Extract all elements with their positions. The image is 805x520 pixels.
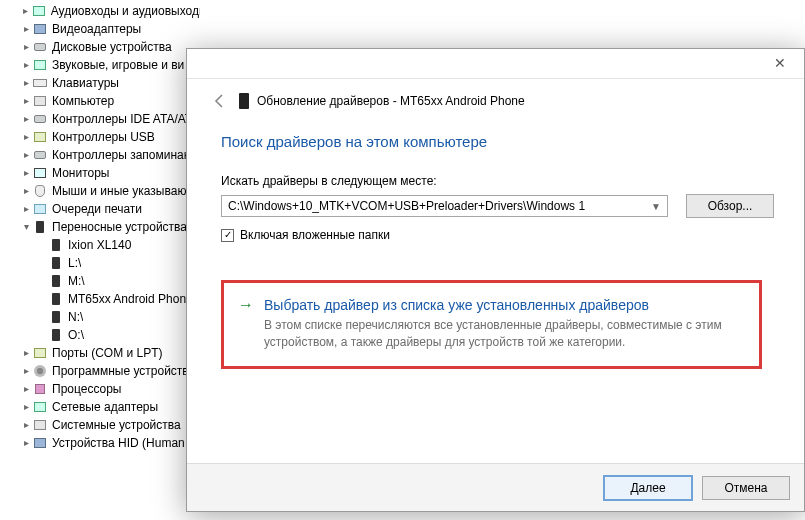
usb-icon: [32, 345, 48, 361]
tree-item-label: Аудиовходы и аудиовыходы: [51, 2, 200, 20]
tree-item-label: MT65xx Android Phone: [68, 290, 193, 308]
arrow-right-icon: →: [238, 297, 254, 313]
chevron-right-icon[interactable]: ▸: [20, 128, 32, 146]
chevron-right-icon[interactable]: ▸: [20, 74, 32, 92]
gear-icon: [32, 363, 48, 379]
browse-button[interactable]: Обзор...: [686, 194, 774, 218]
tree-item[interactable]: ▸Видеоадаптеры: [4, 20, 200, 38]
disk-icon: [32, 39, 48, 55]
device-icon: [239, 93, 249, 109]
chevron-right-icon[interactable]: ▸: [20, 110, 32, 128]
tree-item[interactable]: ▾Переносные устройства: [4, 218, 200, 236]
include-subfolders-checkbox[interactable]: ✓: [221, 229, 234, 242]
tree-item-label: Видеоадаптеры: [52, 20, 141, 38]
pick-from-list-option[interactable]: → Выбрать драйвер из списка уже установл…: [221, 280, 762, 369]
chevron-right-icon[interactable]: ▸: [20, 434, 32, 452]
tree-item[interactable]: ▸Процессоры: [4, 380, 200, 398]
next-button[interactable]: Далее: [604, 476, 692, 500]
cancel-button[interactable]: Отмена: [702, 476, 790, 500]
tree-item[interactable]: ▸Мониторы: [4, 164, 200, 182]
tree-item[interactable]: ▸Дисковые устройства: [4, 38, 200, 56]
tree-item[interactable]: ▸Контроллеры USB: [4, 128, 200, 146]
tree-item[interactable]: ▸Программные устройств: [4, 362, 200, 380]
phone-icon: [48, 327, 64, 343]
tree-item[interactable]: ▸Устройства HID (Human: [4, 434, 200, 452]
back-button[interactable]: [209, 90, 231, 112]
mouse-icon: [32, 183, 48, 199]
chevron-right-icon[interactable]: ▸: [20, 344, 32, 362]
chevron-right-icon[interactable]: ▸: [20, 164, 32, 182]
tree-item-label: Контроллеры запоминан: [52, 146, 190, 164]
include-subfolders-label: Включая вложенные папки: [240, 228, 390, 242]
close-button[interactable]: ✕: [760, 51, 800, 75]
dialog-titlebar: ✕: [187, 49, 804, 79]
chevron-right-icon[interactable]: ▸: [20, 362, 32, 380]
tree-item-label: Мониторы: [52, 164, 109, 182]
chevron-right-icon[interactable]: ▸: [20, 146, 32, 164]
tree-item-label: M:\: [68, 272, 85, 290]
tree-item-label: Контроллеры IDE ATA/AT: [52, 110, 192, 128]
net-icon: [32, 57, 48, 73]
chevron-right-icon[interactable]: ▸: [20, 56, 32, 74]
phone-icon: [48, 237, 64, 253]
tree-item-label: Компьютер: [52, 92, 114, 110]
tree-item[interactable]: ▸Аудиовходы и аудиовыходы: [4, 2, 200, 20]
disk-icon: [32, 147, 48, 163]
tree-item-label: N:\: [68, 308, 83, 326]
tree-item[interactable]: ▸Очереди печати: [4, 200, 200, 218]
tree-item-label: Контроллеры USB: [52, 128, 155, 146]
dialog-title: Обновление драйверов - MT65xx Android Ph…: [257, 94, 525, 108]
tree-item[interactable]: ▸Порты (COM и LPT): [4, 344, 200, 362]
chevron-right-icon[interactable]: ▸: [20, 182, 32, 200]
chevron-right-icon[interactable]: ▸: [20, 20, 32, 38]
chevron-right-icon[interactable]: ▸: [20, 38, 32, 56]
chevron-right-icon[interactable]: ▸: [20, 380, 32, 398]
tree-item-label: L:\: [68, 254, 81, 272]
phone-icon: [48, 273, 64, 289]
chevron-down-icon: ▼: [651, 201, 661, 212]
box-icon: [32, 21, 48, 37]
path-combobox[interactable]: C:\Windows+10_MTK+VCOM+USB+Preloader+Dri…: [221, 195, 668, 217]
monitor-icon: [32, 165, 48, 181]
tree-item-label: O:\: [68, 326, 84, 344]
tree-item[interactable]: ▸Контроллеры IDE ATA/AT: [4, 110, 200, 128]
phone-icon: [48, 291, 64, 307]
proc-icon: [32, 381, 48, 397]
tree-item-label: Дисковые устройства: [52, 38, 172, 56]
path-value: C:\Windows+10_MTK+VCOM+USB+Preloader+Dri…: [228, 199, 585, 213]
option-description: В этом списке перечисляются все установл…: [264, 317, 741, 352]
chevron-down-icon[interactable]: ▾: [20, 218, 32, 236]
dialog-footer: Далее Отмена: [187, 463, 804, 511]
chevron-right-icon[interactable]: ▸: [20, 416, 32, 434]
tree-item-label: Сетевые адаптеры: [52, 398, 158, 416]
phone-icon: [48, 309, 64, 325]
printer-icon: [32, 201, 48, 217]
tree-item[interactable]: ▸Звуковые, игровые и ви: [4, 56, 200, 74]
tree-item[interactable]: MT65xx Android Phone: [4, 290, 200, 308]
chevron-right-icon[interactable]: ▸: [20, 398, 32, 416]
pc-icon: [32, 93, 48, 109]
search-location-label: Искать драйверы в следующем месте:: [221, 174, 774, 188]
tree-item[interactable]: L:\: [4, 254, 200, 272]
tree-item[interactable]: ▸Клавиатуры: [4, 74, 200, 92]
tree-item[interactable]: Ixion XL140: [4, 236, 200, 254]
tree-item[interactable]: ▸Компьютер: [4, 92, 200, 110]
tree-item-label: Системные устройства: [52, 416, 181, 434]
tree-item[interactable]: ▸Мыши и иные указываю: [4, 182, 200, 200]
phone-icon: [32, 219, 48, 235]
net-icon: [32, 399, 48, 415]
tree-item[interactable]: ▸Системные устройства: [4, 416, 200, 434]
tree-item[interactable]: N:\: [4, 308, 200, 326]
chevron-right-icon[interactable]: ▸: [20, 92, 32, 110]
chevron-right-icon[interactable]: ▸: [20, 200, 32, 218]
tree-item[interactable]: M:\: [4, 272, 200, 290]
tree-item-label: Устройства HID (Human: [52, 434, 185, 452]
box-icon: [32, 435, 48, 451]
tree-item[interactable]: O:\: [4, 326, 200, 344]
tree-item[interactable]: ▸Контроллеры запоминан: [4, 146, 200, 164]
chevron-right-icon[interactable]: ▸: [20, 2, 31, 20]
tree-item[interactable]: ▸Сетевые адаптеры: [4, 398, 200, 416]
option-title: Выбрать драйвер из списка уже установлен…: [264, 297, 649, 313]
disk-icon: [32, 111, 48, 127]
device-tree: ▸Аудиовходы и аудиовыходы▸Видеоадаптеры▸…: [0, 0, 200, 452]
